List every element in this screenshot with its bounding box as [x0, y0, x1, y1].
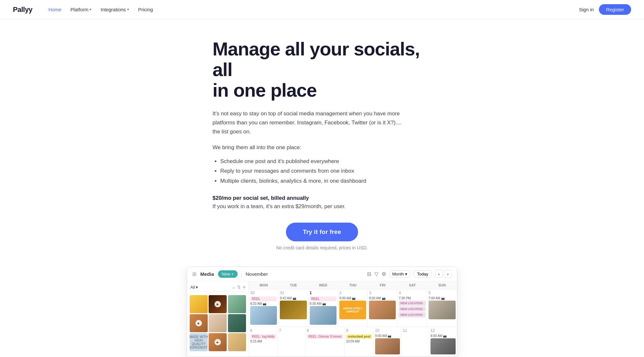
sidebar-toggle-icon[interactable]: ⊞ — [192, 271, 196, 277]
today-button[interactable]: Today — [413, 270, 432, 278]
hero-bullets: Schedule one post and it's published eve… — [213, 157, 431, 186]
media-label: Media — [200, 271, 214, 277]
thumb-9[interactable] — [228, 333, 246, 351]
calendar-weeks: 30 REEL 8:20 AM 📷 31 9:42 AM 📷 — [249, 289, 457, 357]
prev-arrow[interactable]: ‹ — [435, 270, 443, 278]
event-img — [250, 306, 277, 325]
try-free-button[interactable]: Try it for free — [286, 223, 358, 241]
event-img — [429, 301, 456, 319]
navbar: Pallyy Home Platform ▾ Integrations ▾ Pr… — [0, 0, 644, 19]
list-icon[interactable]: ≡ — [243, 285, 245, 290]
new-button[interactable]: New + — [218, 270, 238, 278]
cell-9[interactable]: 9 restocked post 10:09 AM — [345, 327, 374, 356]
filter-all[interactable]: All ▾ — [190, 285, 198, 290]
cell-7[interactable]: 7 — [278, 327, 306, 356]
nav-links: Home Platform ▾ Integrations ▾ Pricing — [45, 5, 579, 14]
hero-bring-label: We bring them all into the one place: — [213, 143, 431, 152]
sign-in-link[interactable]: Sign in — [579, 7, 594, 12]
divider — [242, 271, 242, 277]
chevron-down-icon: ▾ — [127, 7, 129, 12]
thumb-1[interactable] — [190, 295, 208, 313]
nav-home[interactable]: Home — [45, 5, 65, 14]
nav-right: Sign in Register — [579, 4, 631, 15]
settings-icon[interactable]: ⚙ — [382, 271, 386, 277]
event-new-location-3[interactable]: NEW LOCATION — [399, 312, 425, 317]
hero-description: It's not easy to stay on top of social m… — [213, 109, 406, 136]
event-reel-mon[interactable]: REEL — [250, 296, 277, 301]
day-mon: MON — [249, 281, 279, 289]
thumb-8[interactable]: ▶ — [209, 333, 227, 351]
register-button[interactable]: Register — [599, 4, 631, 15]
thumb-6[interactable] — [228, 314, 246, 332]
filter-icons: ⌕ ⇅ ≡ — [232, 285, 245, 290]
day-sat: SAT — [397, 281, 427, 289]
thumb-4[interactable]: ▶ — [190, 314, 208, 332]
thumb-2[interactable]: ▶ — [209, 295, 227, 313]
week-2: 6 REEL: tog Addy 9:15 AM 7 8 — [249, 327, 457, 357]
calendar-nav: ‹ › — [435, 270, 452, 278]
event-img — [310, 306, 336, 325]
logo[interactable]: Pallyy — [13, 5, 33, 14]
thumbnail-grid: ▶ ▶ MADE WITH HIGH QUALITY INGREDIENTS ▶ — [190, 295, 246, 351]
cell-30[interactable]: 30 REEL 8:20 AM 📷 — [249, 289, 279, 327]
chevron-down-icon: ▾ — [196, 285, 198, 290]
event-img — [375, 338, 400, 354]
cell-10[interactable]: 10 9:00 AM 📷 — [374, 327, 402, 356]
header-right: ⊟ ▽ ⚙ Month ▾ Today ‹ › — [367, 270, 452, 278]
event-smores[interactable]: REEL: Gimme S'mores — [307, 334, 343, 339]
calendar-grid: MON TUE WED THU FRI SAT SUN 30 — [249, 281, 457, 357]
event-img — [280, 301, 307, 319]
bullet-2: Reply to your messages and comments from… — [220, 166, 431, 176]
cell-1[interactable]: 1 REEL 8:30 AM 📷 — [308, 289, 338, 327]
cell-11[interactable]: 11 — [402, 327, 429, 356]
event-new-location-2[interactable]: NEW LOCATION — [399, 306, 425, 312]
cell-4[interactable]: 4 7:30 PM NEW LOCATION NEW LOCATION NEW … — [397, 289, 427, 327]
bullet-3: Multiple clients, biolinks, analytics & … — [220, 176, 431, 186]
nav-pricing[interactable]: Pricing — [135, 5, 156, 14]
cta-wrapper: Try it for free No credit card details r… — [213, 223, 431, 250]
thumb-3[interactable] — [228, 295, 246, 313]
cell-12[interactable]: 12 8:00 AM 📷 — [429, 327, 457, 356]
month-label: November — [246, 271, 268, 277]
event-reel-wed[interactable]: REEL — [310, 296, 336, 301]
thumb-5[interactable] — [209, 314, 227, 332]
cell-2[interactable]: 2 9:00 AM 📷 ABSOLUTELYAPRICOT — [338, 289, 368, 327]
cell-6[interactable]: 6 REEL: tog Addy 9:15 AM — [249, 327, 278, 356]
header-left: ⊞ Media New + November — [192, 270, 268, 278]
day-wed: WED — [308, 281, 338, 289]
nav-integrations[interactable]: Integrations ▾ — [97, 5, 132, 14]
event-img: ABSOLUTELYAPRICOT — [339, 301, 366, 319]
cell-3[interactable]: 3 8:00 AM 📷 — [368, 289, 397, 327]
grid-icon[interactable]: ⊟ — [367, 271, 371, 277]
cell-31[interactable]: 31 9:42 AM 📷 — [279, 289, 308, 327]
day-fri: FRI — [368, 281, 397, 289]
next-arrow[interactable]: › — [444, 270, 452, 278]
chevron-down-icon: ▾ — [90, 7, 91, 12]
event-img — [431, 338, 456, 354]
thumb-7[interactable]: MADE WITH HIGH QUALITY INGREDIENTS — [190, 333, 208, 351]
nav-platform[interactable]: Platform ▾ — [67, 5, 95, 14]
media-sidebar: All ▾ ⌕ ⇅ ≡ ▶ ▶ — [187, 281, 249, 357]
search-icon[interactable]: ⌕ — [232, 285, 235, 290]
no-cc-text: No credit card details required, prices … — [276, 245, 368, 250]
cell-5[interactable]: 5 7:00 AM 📷 — [427, 289, 457, 327]
week-1: 30 REEL 8:20 AM 📷 31 9:42 AM 📷 — [249, 289, 457, 327]
dashboard-header: ⊞ Media New + November ⊟ ▽ ⚙ Month ▾ Tod… — [187, 267, 457, 281]
event-new-location[interactable]: NEW LOCATION — [399, 301, 425, 306]
filter-icon[interactable]: ▽ — [374, 271, 378, 277]
month-select[interactable]: Month ▾ — [389, 270, 410, 278]
play-icon: ▶ — [195, 320, 202, 326]
cell-8[interactable]: 8 REEL: Gimme S'mores — [306, 327, 345, 356]
dashboard-frame: ⊞ Media New + November ⊟ ▽ ⚙ Month ▾ Tod… — [187, 266, 457, 357]
event-img — [369, 301, 396, 319]
bullet-1: Schedule one post and it's published eve… — [220, 157, 431, 167]
pricing-line: $20/mo per social set, billed annually — [213, 195, 431, 201]
play-icon: ▶ — [214, 301, 221, 307]
days-header: MON TUE WED THU FRI SAT SUN — [249, 281, 457, 289]
event-restocked[interactable]: restocked post — [346, 334, 372, 339]
hero-section: Manage all your socials, all in one plac… — [200, 39, 444, 250]
event-tog-addy[interactable]: REEL: tog Addy — [250, 334, 276, 339]
day-sun: SUN — [427, 281, 457, 289]
pricing-sub: If you work in a team, it's an extra $29… — [213, 203, 431, 210]
sort-icon[interactable]: ⇅ — [237, 285, 241, 290]
